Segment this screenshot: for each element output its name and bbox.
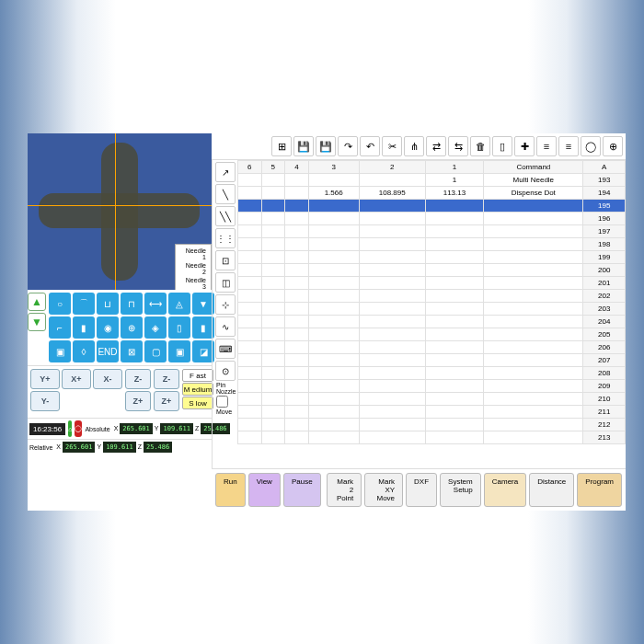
- jog-x-plus[interactable]: X+: [62, 369, 91, 389]
- jog-z-plus[interactable]: Z+: [125, 391, 151, 411]
- needle-option[interactable]: Needle 1: [178, 247, 209, 261]
- table-row[interactable]: 208: [238, 367, 626, 380]
- table-row[interactable]: 213: [238, 431, 626, 444]
- table-row[interactable]: 212: [238, 419, 626, 431]
- shape-tool-button[interactable]: ⌒: [73, 293, 95, 315]
- side-tool-button[interactable]: ∿: [215, 316, 236, 337]
- side-tool-button[interactable]: ⋮⋮: [215, 228, 236, 248]
- toolbar-button[interactable]: 💾: [316, 136, 336, 156]
- mark-2pt-button[interactable]: Mark 2 Point: [327, 473, 362, 507]
- col-2: 2: [359, 161, 425, 174]
- toolbar-button[interactable]: 💾: [293, 136, 314, 156]
- table-row[interactable]: 202: [238, 290, 626, 303]
- table-row[interactable]: 200: [238, 264, 626, 277]
- side-tool-button[interactable]: ╲╲: [215, 206, 236, 226]
- table-row[interactable]: 207: [238, 354, 626, 367]
- toolbar-button[interactable]: ⋔: [404, 136, 424, 156]
- shape-tool-button[interactable]: ○: [49, 293, 71, 315]
- grid-area: A Command 1 2 3 4 5 6 193Multi Needle119…: [212, 160, 626, 468]
- speed-slow[interactable]: S low: [182, 397, 213, 409]
- toolbar-button[interactable]: ↶: [360, 136, 380, 156]
- table-row[interactable]: 205: [238, 328, 626, 341]
- dxf-button[interactable]: DXF: [406, 473, 437, 507]
- table-row[interactable]: 197: [238, 225, 626, 238]
- side-tool-button[interactable]: ⊙: [215, 361, 236, 381]
- program-table[interactable]: A Command 1 2 3 4 5 6 193Multi Needle119…: [237, 160, 626, 468]
- speed-fast[interactable]: F ast: [182, 369, 213, 382]
- needle-option[interactable]: Needle 2: [178, 261, 209, 276]
- jog-y-plus[interactable]: Y+: [30, 369, 60, 389]
- program-button[interactable]: Program: [577, 473, 622, 507]
- table-row[interactable]: 211: [238, 406, 626, 419]
- shape-tool-button[interactable]: ◊: [73, 340, 95, 362]
- table-row[interactable]: 198: [238, 238, 626, 251]
- shape-tool-button[interactable]: ▣: [168, 340, 190, 362]
- table-row[interactable]: 194Dispense Dot113.13108.8951.566: [238, 187, 626, 200]
- shape-tool-button[interactable]: ◬: [168, 293, 190, 315]
- camera-view[interactable]: Needle 1 Needle 2 Needle 3: [28, 133, 212, 290]
- camera-button[interactable]: Camera: [484, 473, 526, 507]
- table-row[interactable]: 195: [238, 200, 626, 213]
- shape-tool-button[interactable]: ▮: [73, 316, 95, 339]
- shape-tool-button[interactable]: ◈: [144, 316, 167, 339]
- shape-tool-button[interactable]: ⊓: [121, 293, 143, 315]
- side-tool-button[interactable]: ⊡: [215, 250, 236, 270]
- table-row[interactable]: 204: [238, 316, 626, 328]
- needle-select-popup[interactable]: Needle 1 Needle 2 Needle 3: [175, 244, 212, 290]
- toolbar-button[interactable]: ⊕: [603, 136, 623, 156]
- toolbar-button[interactable]: ◯: [581, 136, 601, 156]
- toolbar-button[interactable]: ▯: [492, 136, 512, 156]
- mark-xy-button[interactable]: Mark XY Move: [364, 473, 403, 507]
- toolbar-button[interactable]: ✂: [382, 136, 402, 156]
- side-tool-button[interactable]: ◫: [215, 272, 236, 293]
- shape-tool-button[interactable]: ⌐: [49, 316, 71, 339]
- jog-z-minus[interactable]: Z-: [125, 369, 151, 389]
- jog-z-minus-2[interactable]: Z-: [154, 369, 179, 389]
- shape-tool-button[interactable]: ⊕: [121, 316, 143, 339]
- shape-tool-button[interactable]: ▯: [168, 316, 190, 339]
- pause-button[interactable]: Pause: [283, 473, 321, 507]
- col-a: A: [583, 161, 626, 174]
- down-arrow-button[interactable]: ▼: [28, 313, 46, 331]
- shape-tool-button[interactable]: ⊔: [97, 293, 119, 315]
- toolbar-button[interactable]: ⇄: [426, 136, 446, 156]
- shape-tool-button[interactable]: ▣: [49, 340, 71, 362]
- toolbar-button[interactable]: ≡: [536, 136, 557, 156]
- shape-tool-button[interactable]: ⊠: [121, 340, 143, 362]
- table-row[interactable]: 209: [238, 380, 626, 393]
- table-row[interactable]: 199: [238, 251, 626, 264]
- toolbar-button[interactable]: ↷: [338, 136, 358, 156]
- toolbar-button[interactable]: ≡: [558, 136, 579, 156]
- toolbar-button[interactable]: ⇆: [448, 136, 468, 156]
- shape-tool-button[interactable]: ⟷: [144, 293, 167, 315]
- jog-y-minus[interactable]: Y-: [30, 391, 60, 411]
- shape-tool-button[interactable]: END: [97, 340, 119, 362]
- table-row[interactable]: 196: [238, 213, 626, 225]
- needle-option[interactable]: Needle 3: [178, 276, 209, 290]
- side-tool-button[interactable]: ⊹: [215, 294, 236, 315]
- table-row[interactable]: 203: [238, 303, 626, 316]
- side-tool-button[interactable]: ↗: [215, 162, 236, 182]
- table-row[interactable]: 210: [238, 393, 626, 406]
- table-row[interactable]: 201: [238, 277, 626, 290]
- col-6: 6: [238, 161, 262, 174]
- run-button[interactable]: Run: [215, 473, 246, 507]
- shape-tool-button[interactable]: ◉: [97, 316, 119, 339]
- jog-x-minus[interactable]: X-: [93, 369, 122, 389]
- jog-z-plus-2[interactable]: Z+: [154, 391, 179, 411]
- setup-button[interactable]: System Setup: [440, 473, 481, 507]
- side-tool-button[interactable]: ╲: [215, 184, 236, 204]
- table-row[interactable]: 206: [238, 341, 626, 354]
- up-arrow-button[interactable]: ▲: [28, 293, 46, 311]
- toolbar-button[interactable]: 🗑: [470, 136, 490, 156]
- distance-button[interactable]: Distance: [529, 473, 574, 507]
- speed-medium[interactable]: M edium: [182, 383, 213, 396]
- table-row[interactable]: 193Multi Needle1: [238, 174, 626, 187]
- side-tool-button[interactable]: ⌨: [215, 339, 236, 359]
- shape-tool-button[interactable]: ▢: [144, 340, 167, 362]
- toolbar-button[interactable]: ✚: [514, 136, 535, 156]
- stop-button[interactable]: ◯: [75, 420, 82, 437]
- home-button[interactable]: ⌂: [68, 420, 72, 437]
- view-button[interactable]: View: [248, 473, 281, 507]
- toolbar-button[interactable]: ⊞: [271, 136, 292, 156]
